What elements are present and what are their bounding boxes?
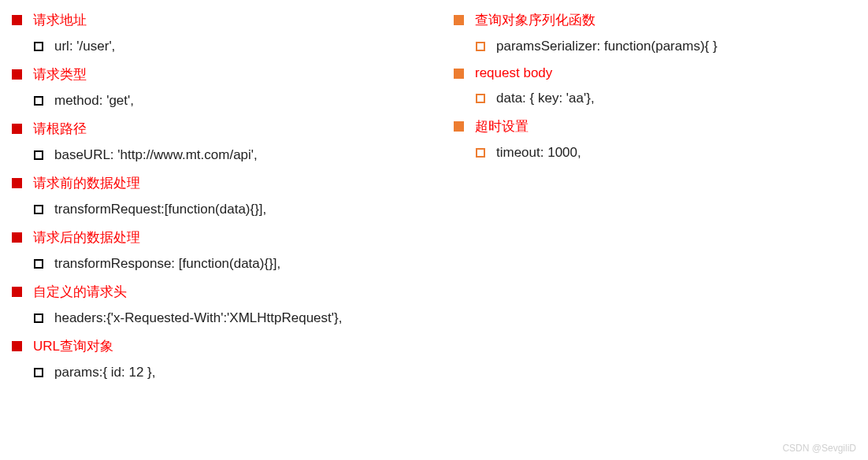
list-item: 请求前的数据处理 transformRequest:[function(data…	[12, 169, 414, 222]
item-heading: 自定义的请求头	[12, 278, 414, 306]
square-bullet-icon	[12, 178, 22, 188]
item-heading: 查询对象序列化函数	[454, 6, 856, 34]
heading-text: 超时设置	[475, 117, 529, 135]
item-sub: params:{ id: 12 },	[12, 360, 414, 385]
item-sub: url: '/user',	[12, 34, 414, 59]
item-sub: transformResponse: [function(data){}],	[12, 251, 414, 276]
list-item: request body data: { key: 'aa'},	[454, 61, 856, 111]
sub-text: transformResponse: [function(data){}],	[54, 256, 280, 272]
list-item: 请求后的数据处理 transformResponse: [function(da…	[12, 224, 414, 276]
sub-text: params:{ id: 12 },	[54, 365, 156, 380]
item-sub: baseURL: 'http://www.mt.com/api',	[12, 143, 414, 168]
square-bullet-icon	[12, 232, 22, 243]
heading-text: 请求后的数据处理	[33, 228, 140, 247]
hollow-square-icon	[34, 259, 43, 269]
heading-text: 请求前的数据处理	[33, 174, 140, 192]
item-sub: paramsSerializer: function(params){ }	[454, 34, 856, 59]
square-bullet-icon	[12, 287, 22, 297]
content-columns: 请求地址 url: '/user', 请求类型 method: 'get', 请…	[12, 6, 856, 387]
list-item: 请求地址 url: '/user',	[12, 6, 414, 59]
item-heading: 请求类型	[12, 61, 414, 88]
left-column: 请求地址 url: '/user', 请求类型 method: 'get', 请…	[12, 6, 414, 387]
item-sub: method: 'get',	[12, 88, 414, 113]
right-column: 查询对象序列化函数 paramsSerializer: function(par…	[454, 6, 856, 387]
item-heading: 超时设置	[454, 113, 856, 140]
hollow-square-icon	[476, 42, 485, 51]
heading-text: 请求地址	[33, 11, 87, 29]
heading-text: 查询对象序列化函数	[475, 11, 595, 29]
hollow-square-icon	[34, 96, 43, 106]
item-heading: 请根路径	[12, 115, 414, 143]
item-heading: 请求地址	[12, 6, 414, 34]
list-item: 自定义的请求头 headers:{'x-Requested-With':'XML…	[12, 278, 414, 331]
hollow-square-icon	[34, 150, 43, 160]
list-item: 请求类型 method: 'get',	[12, 61, 414, 113]
heading-text: 请根路径	[33, 120, 87, 138]
list-item: 请根路径 baseURL: 'http://www.mt.com/api',	[12, 115, 414, 168]
item-sub: transformRequest:[function(data){}],	[12, 197, 414, 222]
item-heading: 请求后的数据处理	[12, 224, 414, 251]
sub-text: baseURL: 'http://www.mt.com/api',	[54, 147, 258, 163]
square-bullet-icon	[454, 121, 464, 132]
hollow-square-icon	[476, 94, 485, 103]
square-bullet-icon	[12, 15, 22, 25]
sub-text: paramsSerializer: function(params){ }	[496, 39, 718, 54]
square-bullet-icon	[12, 341, 22, 351]
sub-text: headers:{'x-Requested-With':'XMLHttpRequ…	[54, 310, 342, 326]
item-sub: timeout: 1000,	[454, 140, 856, 165]
item-sub: data: { key: 'aa'},	[454, 86, 856, 111]
square-bullet-icon	[12, 124, 22, 134]
heading-text: URL查询对象	[33, 337, 113, 355]
hollow-square-icon	[34, 42, 43, 51]
sub-text: transformRequest:[function(data){}],	[54, 202, 266, 217]
item-sub: headers:{'x-Requested-With':'XMLHttpRequ…	[12, 306, 414, 331]
square-bullet-icon	[12, 69, 22, 80]
heading-text: 自定义的请求头	[33, 283, 127, 301]
list-item: URL查询对象 params:{ id: 12 },	[12, 332, 414, 385]
sub-text: url: '/user',	[54, 39, 115, 54]
list-item: 超时设置 timeout: 1000,	[454, 113, 856, 165]
sub-text: method: 'get',	[54, 93, 134, 109]
hollow-square-icon	[34, 205, 43, 214]
square-bullet-icon	[454, 15, 464, 25]
hollow-square-icon	[34, 313, 43, 323]
item-heading: URL查询对象	[12, 332, 414, 360]
watermark: CSDN @SevgiliD	[782, 443, 856, 454]
item-heading: 请求前的数据处理	[12, 169, 414, 197]
heading-text: request body	[475, 65, 552, 81]
heading-text: 请求类型	[33, 65, 87, 83]
sub-text: data: { key: 'aa'},	[496, 91, 595, 106]
sub-text: timeout: 1000,	[496, 145, 581, 161]
square-bullet-icon	[454, 69, 464, 79]
hollow-square-icon	[476, 148, 485, 158]
item-heading: request body	[454, 61, 856, 86]
list-item: 查询对象序列化函数 paramsSerializer: function(par…	[454, 6, 856, 59]
hollow-square-icon	[34, 368, 43, 377]
